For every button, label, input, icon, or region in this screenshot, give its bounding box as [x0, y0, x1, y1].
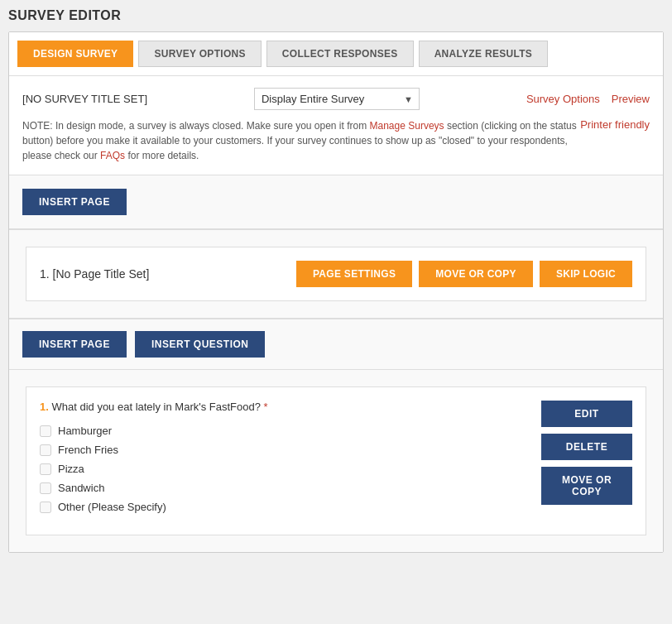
- display-select[interactable]: Display Entire Survey Page 1 Page 2: [254, 88, 420, 110]
- tab-analyze-results[interactable]: ANALYZE RESULTS: [419, 41, 549, 67]
- tab-design-survey[interactable]: DESIGN SURVEY: [17, 41, 133, 67]
- page-number-title: 1. [No Page Title Set]: [40, 267, 149, 281]
- display-select-wrapper: Display Entire Survey Page 1 Page 2 ▼: [254, 88, 420, 110]
- choice-label-5: Other (Please Specify): [58, 501, 166, 513]
- choice-checkbox-4: [40, 482, 51, 494]
- choice-checkbox-5: [40, 502, 51, 513]
- skip-logic-button[interactable]: SKIP LOGIC: [540, 261, 632, 287]
- choice-checkbox-1: [40, 425, 51, 437]
- list-item: French Fries: [40, 444, 533, 456]
- survey-title-text: NO SURVEY TITLE SET: [26, 93, 145, 105]
- tab-bar: DESIGN SURVEY SURVEY OPTIONS COLLECT RES…: [9, 32, 663, 76]
- question-right-actions: EDIT DELETE MOVE OR COPY: [533, 401, 632, 505]
- tab-collect-responses[interactable]: COLLECT RESPONSES: [266, 41, 414, 67]
- delete-question-button[interactable]: DELETE: [541, 434, 632, 460]
- insert-row: INSERT PAGE INSERT QUESTION: [9, 319, 663, 370]
- question-section-wrapper: 1. What did you eat lately in Mark's Fas…: [9, 370, 663, 552]
- page-actions: PAGE SETTINGS MOVE OR COPY SKIP LOGIC: [296, 261, 632, 287]
- note-text-1: NOTE: In design mode, a survey is always…: [22, 120, 370, 132]
- question-label: 1. What did you eat lately in Mark's Fas…: [40, 401, 533, 413]
- survey-title: [NO SURVEY TITLE SET]: [22, 93, 147, 105]
- faqs-link[interactable]: FAQs: [100, 150, 125, 161]
- info-note: NOTE: In design mode, a survey is always…: [22, 118, 580, 163]
- question-section: 1. What did you eat lately in Mark's Fas…: [26, 386, 646, 535]
- insert-page-button-1[interactable]: INSERT PAGE: [22, 189, 127, 215]
- choices-list: Hamburger French Fries Pizza: [40, 425, 533, 513]
- choice-label-2: French Fries: [58, 444, 118, 456]
- move-copy-question-button[interactable]: MOVE OR COPY: [541, 467, 632, 505]
- info-section: [NO SURVEY TITLE SET] Display Entire Sur…: [9, 76, 663, 175]
- insert-question-button[interactable]: INSERT QUESTION: [135, 331, 266, 358]
- list-item: Sandwich: [40, 482, 533, 494]
- insert-page-button-2[interactable]: INSERT PAGE: [22, 331, 127, 358]
- list-item: Other (Please Specify): [40, 501, 533, 513]
- choice-checkbox-2: [40, 444, 51, 456]
- required-marker: *: [264, 401, 268, 413]
- manage-surveys-link[interactable]: Manage Surveys: [370, 120, 444, 132]
- question-text: What did you eat lately in Mark's FastFo…: [51, 401, 260, 413]
- page-block: 1. [No Page Title Set] PAGE SETTINGS MOV…: [26, 247, 646, 301]
- list-item: Hamburger: [40, 425, 533, 437]
- question-number: 1.: [40, 401, 49, 413]
- choice-checkbox-3: [40, 463, 51, 475]
- note-text-3: for more details.: [125, 150, 199, 161]
- preview-link[interactable]: Preview: [612, 93, 650, 105]
- top-right-links: Survey Options Preview: [526, 93, 650, 105]
- choice-label-4: Sandwich: [58, 482, 104, 494]
- insert-page-section-1: INSERT PAGE: [9, 175, 663, 229]
- page-title: SURVEY EDITOR: [8, 8, 664, 23]
- tab-survey-options[interactable]: SURVEY OPTIONS: [138, 41, 261, 67]
- page-settings-button[interactable]: PAGE SETTINGS: [296, 261, 412, 287]
- page-number: 1.: [40, 267, 50, 281]
- choice-label-1: Hamburger: [58, 425, 112, 437]
- page-title-text: [No Page Title Set]: [53, 267, 150, 281]
- list-item: Pizza: [40, 463, 533, 475]
- page-move-or-copy-button[interactable]: MOVE OR COPY: [419, 261, 533, 287]
- edit-question-button[interactable]: EDIT: [541, 401, 632, 427]
- printer-friendly-link[interactable]: Printer friendly: [580, 118, 650, 131]
- survey-options-link[interactable]: Survey Options: [526, 93, 600, 105]
- page-block-wrapper: 1. [No Page Title Set] PAGE SETTINGS MOV…: [9, 229, 663, 319]
- choice-label-3: Pizza: [58, 463, 84, 475]
